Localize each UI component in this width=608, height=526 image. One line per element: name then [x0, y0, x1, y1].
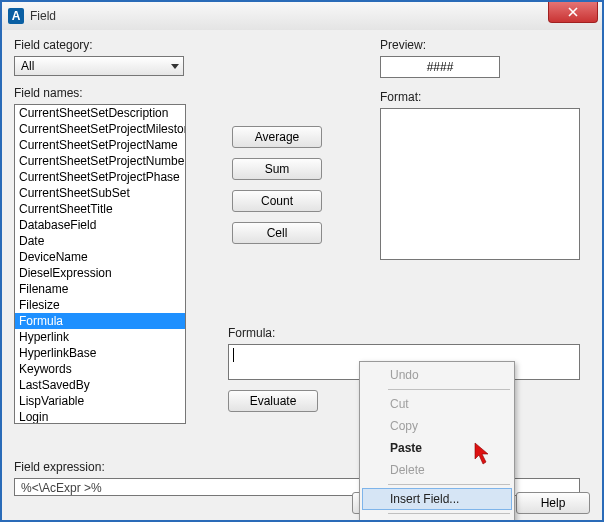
field-names-listbox[interactable]: CurrentSheetSetDescriptionCurrentSheetSe… — [14, 104, 186, 424]
field-dialog: A Field Field category: All Field names:… — [0, 0, 604, 522]
context-menu-separator — [388, 389, 510, 390]
field-names-item[interactable]: Login — [15, 409, 185, 424]
context-menu-insert-field[interactable]: Insert Field... — [362, 488, 512, 510]
field-names-item[interactable]: CurrentSheetSetProjectName — [15, 137, 185, 153]
context-menu-separator — [388, 513, 510, 514]
field-names-item[interactable]: Date — [15, 233, 185, 249]
field-names-item[interactable]: CurrentSheetSetProjectPhase — [15, 169, 185, 185]
evaluate-button[interactable]: Evaluate — [228, 390, 318, 412]
close-icon — [568, 7, 578, 17]
chevron-down-icon — [171, 64, 179, 69]
context-menu-separator — [388, 484, 510, 485]
field-names-item[interactable]: Filename — [15, 281, 185, 297]
preview-box: #### — [380, 56, 500, 78]
left-column: Field category: All Field names: Current… — [14, 38, 204, 424]
field-names-item[interactable]: Formula — [15, 313, 185, 329]
help-button[interactable]: Help — [516, 492, 590, 514]
window-title: Field — [30, 9, 56, 23]
middle-column: Average Sum Count Cell — [228, 38, 366, 254]
field-names-item[interactable]: CurrentSheetTitle — [15, 201, 185, 217]
field-names-item[interactable]: Filesize — [15, 297, 185, 313]
average-button[interactable]: Average — [232, 126, 322, 148]
context-menu-paste[interactable]: Paste — [362, 437, 512, 459]
text-caret — [233, 348, 234, 362]
field-names-item[interactable]: CurrentSheetSetProjectMilestone — [15, 121, 185, 137]
formula-label: Formula: — [228, 326, 582, 340]
field-names-item[interactable]: DeviceName — [15, 249, 185, 265]
field-category-label-text: Field category: — [14, 38, 93, 52]
count-button[interactable]: Count — [232, 190, 322, 212]
preview-label: Preview: — [380, 38, 582, 52]
context-menu-cut[interactable]: Cut — [362, 393, 512, 415]
field-expression-value: %<\AcExpr >% — [21, 481, 102, 495]
close-button[interactable] — [548, 2, 598, 23]
field-category-label: Field category: — [14, 38, 204, 52]
right-column: Preview: #### Format: — [380, 38, 582, 260]
field-names-item[interactable]: LastSavedBy — [15, 377, 185, 393]
field-names-item[interactable]: LispVariable — [15, 393, 185, 409]
field-names-item[interactable]: DatabaseField — [15, 217, 185, 233]
context-menu-select-all[interactable]: Select All — [362, 517, 512, 522]
field-names-item[interactable]: HyperlinkBase — [15, 345, 185, 361]
preview-value: #### — [427, 60, 454, 74]
sum-button[interactable]: Sum — [232, 158, 322, 180]
field-names-label: Field names: — [14, 86, 204, 100]
field-names-item[interactable]: CurrentSheetSetDescription — [15, 105, 185, 121]
context-menu-undo[interactable]: Undo — [362, 364, 512, 386]
format-label: Format: — [380, 90, 582, 104]
field-names-item[interactable]: CurrentSheetSubSet — [15, 185, 185, 201]
format-listbox[interactable] — [380, 108, 580, 260]
field-names-item[interactable]: Hyperlink — [15, 329, 185, 345]
app-icon: A — [8, 8, 24, 24]
cell-button[interactable]: Cell — [232, 222, 322, 244]
field-category-combo[interactable]: All — [14, 56, 184, 76]
field-names-item[interactable]: DieselExpression — [15, 265, 185, 281]
field-names-item[interactable]: Keywords — [15, 361, 185, 377]
context-menu: Undo Cut Copy Paste Delete Insert Field.… — [359, 361, 515, 522]
context-menu-delete[interactable]: Delete — [362, 459, 512, 481]
titlebar: A Field — [2, 2, 602, 31]
field-names-item[interactable]: CurrentSheetSetProjectNumber — [15, 153, 185, 169]
field-category-value: All — [21, 59, 34, 73]
context-menu-copy[interactable]: Copy — [362, 415, 512, 437]
